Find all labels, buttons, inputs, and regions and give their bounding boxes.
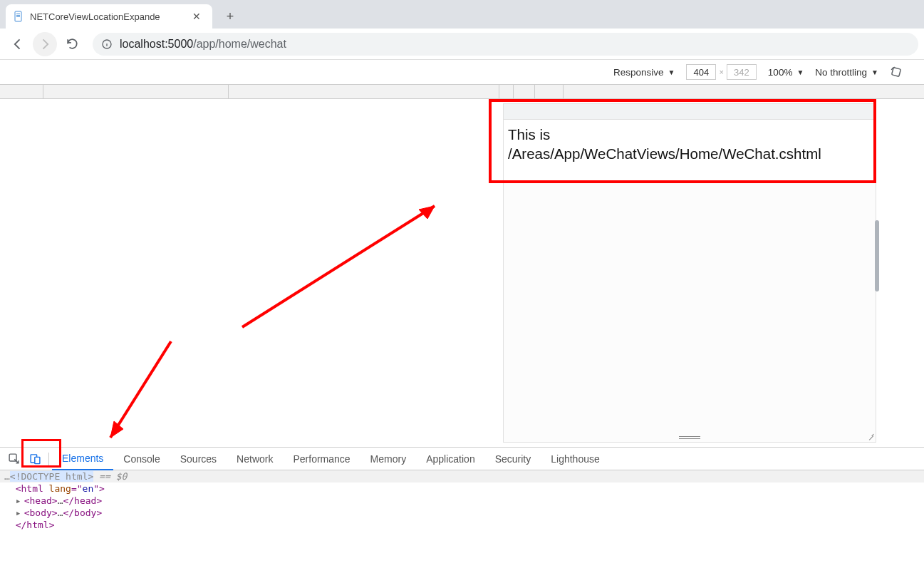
device-toolbar: Responsive ▼ × 100% ▼ No throttling ▼: [0, 60, 924, 85]
viewport-width-input[interactable]: [686, 64, 716, 80]
scrollbar-vertical[interactable]: [875, 220, 879, 291]
svg-rect-3: [16, 16, 20, 17]
emulated-viewport-area: This is /Areas/App/WeChatViews/Home/WeCh…: [0, 99, 924, 447]
viewport-height-input[interactable]: [727, 64, 757, 80]
annotation-arrow-1: [235, 192, 449, 334]
annotation-highlight-content: [489, 99, 876, 183]
dom-doctype[interactable]: …<!DOCTYPE html> == $0: [0, 470, 924, 482]
browser-toolbar: localhost:5000/app/home/wechat: [0, 29, 924, 60]
svg-rect-2: [16, 15, 20, 16]
devtools-tab-performance[interactable]: Performance: [283, 448, 360, 470]
resize-handle-bottom[interactable]: [679, 436, 700, 440]
width-ruler: [0, 85, 924, 99]
svg-marker-9: [419, 206, 435, 219]
close-tab-icon[interactable]: ✕: [188, 11, 205, 22]
chevron-down-icon: ▼: [871, 68, 878, 76]
device-mode-label: Responsive: [613, 67, 664, 78]
inspect-element-icon[interactable]: [3, 448, 24, 470]
separator: [48, 453, 49, 465]
forward-button[interactable]: [33, 32, 57, 56]
devtools-tab-application[interactable]: Application: [416, 448, 485, 470]
devtools-tab-console[interactable]: Console: [113, 448, 170, 470]
devtools-tabbar: Elements Console Sources Network Perform…: [0, 448, 924, 470]
zoom-label: 100%: [768, 67, 793, 78]
svg-rect-1: [16, 14, 20, 14]
svg-line-8: [242, 206, 435, 327]
svg-rect-7: [892, 68, 901, 77]
dom-head[interactable]: ▸<head>…</head>: [0, 495, 924, 507]
chevron-down-icon: ▼: [796, 68, 804, 76]
throttling-select[interactable]: No throttling ▼: [815, 67, 878, 78]
browser-tabbar: NETCoreViewLocationExpande ✕ +: [0, 0, 924, 29]
dom-body[interactable]: ▸<body>…</body>: [0, 507, 924, 519]
svg-marker-11: [110, 421, 123, 438]
svg-line-10: [110, 341, 171, 438]
dimension-times: ×: [716, 68, 726, 76]
throttling-label: No throttling: [815, 67, 867, 78]
dom-html-close[interactable]: </html>: [0, 519, 924, 531]
device-mode-select[interactable]: Responsive ▼: [613, 67, 675, 78]
svg-rect-14: [34, 457, 39, 463]
devtools-panel: Elements Console Sources Network Perform…: [0, 447, 924, 573]
reload-button[interactable]: [60, 32, 84, 56]
rotate-icon[interactable]: [890, 66, 903, 78]
site-info-icon[interactable]: [101, 38, 113, 50]
devtools-tab-memory[interactable]: Memory: [360, 448, 417, 470]
chevron-down-icon: ▼: [668, 68, 675, 76]
tab-favicon: [13, 11, 24, 22]
devtools-tab-network[interactable]: Network: [227, 448, 283, 470]
browser-tab[interactable]: NETCoreViewLocationExpande ✕: [6, 4, 212, 29]
dom-html-open[interactable]: <html lang="en">: [0, 482, 924, 495]
devtools-tab-sources[interactable]: Sources: [170, 448, 227, 470]
address-bar[interactable]: localhost:5000/app/home/wechat: [93, 33, 918, 56]
devtools-tab-security[interactable]: Security: [485, 448, 541, 470]
devtools-tab-lighthouse[interactable]: Lighthouse: [541, 448, 610, 470]
url-host: localhost:5000/app/home/wechat: [120, 38, 286, 51]
zoom-select[interactable]: 100% ▼: [768, 67, 804, 78]
devtools-tab-elements[interactable]: Elements: [52, 448, 113, 470]
new-tab-button[interactable]: +: [219, 6, 241, 27]
devtools-elements-tree[interactable]: …<!DOCTYPE html> == $0 <html lang="en"> …: [0, 470, 924, 573]
annotation-arrow-2: [100, 334, 185, 447]
resize-handle-corner[interactable]: [867, 433, 874, 440]
tab-title: NETCoreViewLocationExpande: [30, 11, 188, 22]
back-button[interactable]: [6, 32, 30, 56]
toggle-device-toolbar-icon[interactable]: [24, 448, 46, 470]
